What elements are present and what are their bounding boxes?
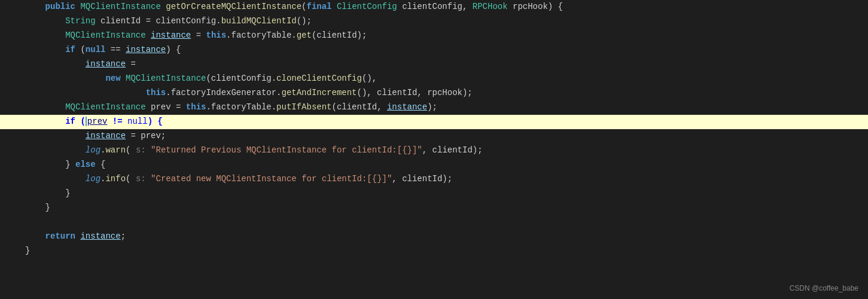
line-content-7: this.factoryIndexGenerator.getAndIncreme… xyxy=(18,86,868,99)
code-line-15: } xyxy=(0,201,868,215)
code-line-16 xyxy=(0,215,868,230)
code-line-12: } else { xyxy=(0,158,868,172)
code-line-6: new MQClientInstance(clientConfig.cloneC… xyxy=(0,72,868,86)
code-line-13: log.info( s: "Created new MQClientInstan… xyxy=(0,172,868,187)
code-line-14: } xyxy=(0,187,868,201)
line-content-9: if (prev != null) { xyxy=(18,115,868,128)
line-content-8: MQClientInstance prev = this.factoryTabl… xyxy=(18,100,868,114)
code-line-4: if (null == instance) { xyxy=(0,43,868,57)
line-content-6: new MQClientInstance(clientConfig.cloneC… xyxy=(18,72,868,85)
code-line-7: this.factoryIndexGenerator.getAndIncreme… xyxy=(0,86,868,100)
code-line-10: instance = prev; xyxy=(0,129,868,144)
line-content-11: log.warn( s: "Returned Previous MQClient… xyxy=(18,144,868,157)
watermark: CSDN @coffee_babe xyxy=(790,283,858,294)
line-content-10: instance = prev; xyxy=(18,129,868,142)
code-line-5: instance = xyxy=(0,57,868,72)
line-content-13: log.info( s: "Created new MQClientInstan… xyxy=(18,172,868,185)
line-content-15: } xyxy=(18,201,868,214)
line-content-1: public MQClientInstance getOrCreateMQCli… xyxy=(18,0,868,13)
code-line-18: } xyxy=(0,244,868,258)
code-line-17: return instance; xyxy=(0,230,868,244)
line-content-4: if (null == instance) { xyxy=(18,43,868,56)
line-content-2: String clientId = clientConfig.buildMQCl… xyxy=(18,14,868,28)
code-editor: public MQClientInstance getOrCreateMQCli… xyxy=(0,0,868,299)
code-line-1: public MQClientInstance getOrCreateMQCli… xyxy=(0,0,868,14)
code-line-9: if (prev != null) { xyxy=(0,115,868,129)
code-line-2: String clientId = clientConfig.buildMQCl… xyxy=(0,14,868,29)
code-line-3: MQClientInstance instance = this.factory… xyxy=(0,29,868,43)
code-line-8: MQClientInstance prev = this.factoryTabl… xyxy=(0,100,868,115)
line-content-16 xyxy=(18,215,868,228)
line-content-14: } xyxy=(18,187,868,200)
line-content-17: return instance; xyxy=(18,230,868,243)
line-content-18: } xyxy=(18,244,868,257)
line-content-5: instance = xyxy=(18,57,868,71)
line-content-12: } else { xyxy=(18,158,868,171)
code-line-11: log.warn( s: "Returned Previous MQClient… xyxy=(0,144,868,158)
line-content-3: MQClientInstance instance = this.factory… xyxy=(18,29,868,42)
